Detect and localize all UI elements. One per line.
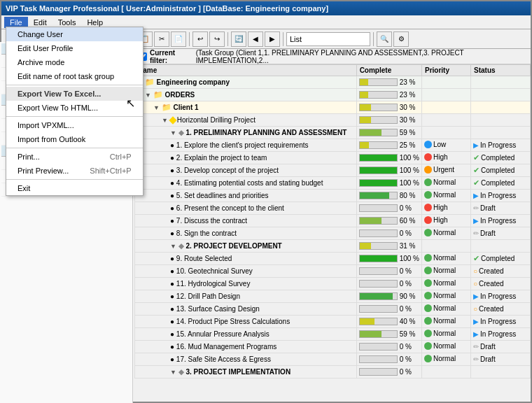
task-priority-cell: Urgent bbox=[422, 164, 471, 177]
table-row[interactable]: ▼ ◆ 2. PROJECT DEVELOPMENT 31 % bbox=[135, 240, 531, 253]
task-name-cell: ● 6. Present the concept to the client bbox=[135, 202, 357, 215]
menu-item-edit-root[interactable]: Edit name of root task group bbox=[6, 69, 143, 83]
task-name-cell: ● 16. Mud Management Programs bbox=[135, 341, 357, 353]
menu-item-print[interactable]: Print... Ctrl+P bbox=[6, 150, 143, 164]
toolbar-btn-2[interactable]: ✂ bbox=[154, 31, 169, 47]
table-row[interactable]: ● 9. Route Selected 100 % Normal ✔ Compl… bbox=[135, 253, 531, 265]
filter-bar: Current filter: (Task Group (Client 1,1.… bbox=[134, 49, 531, 64]
task-status-cell: ▶ In Progress bbox=[471, 190, 531, 202]
task-status-cell bbox=[471, 114, 531, 127]
table-row[interactable]: ▼ ◆ 1. PRELIMINARY PLANNING AND ASSESSME… bbox=[135, 127, 531, 139]
task-priority-cell: High bbox=[422, 215, 471, 227]
table-row[interactable]: ▼ 📁 Engineering company 23 % bbox=[135, 76, 531, 89]
col-header-complete: Complete bbox=[356, 65, 421, 76]
task-complete-cell: 0 % bbox=[356, 278, 421, 290]
menu-item-import-outlook[interactable]: Import from Outlook bbox=[6, 132, 143, 146]
table-row[interactable]: ● 8. Sign the contract 0 % Normal ✏ Draf… bbox=[135, 227, 531, 240]
task-priority-cell bbox=[422, 240, 471, 253]
col-header-status: Status bbox=[471, 65, 531, 76]
table-row[interactable]: ● 7. Discuss the contract 60 % High ▶ In… bbox=[135, 215, 531, 227]
toolbar-list-input[interactable] bbox=[286, 32, 370, 46]
task-complete-cell: 100 % bbox=[356, 177, 421, 190]
toolbar-btn-5[interactable]: ↪ bbox=[209, 31, 225, 47]
table-row[interactable]: ● 3. Develop concept of the project 100 … bbox=[135, 164, 531, 177]
table-row[interactable]: ● 2. Explain the project to team 100 % H… bbox=[135, 152, 531, 164]
separator-4 bbox=[6, 179, 143, 180]
task-priority-cell: Normal bbox=[422, 303, 471, 316]
table-row[interactable]: ● 6. Present the concept to the client 0… bbox=[135, 202, 531, 215]
task-name-cell: ● 11. Hydrological Survey bbox=[135, 278, 357, 290]
menu-item-change-user[interactable]: Change User bbox=[6, 27, 143, 41]
table-row[interactable]: ● 10. Geotechnical Survey 0 % Normal ○ C… bbox=[135, 265, 531, 278]
task-name-cell: ● 9. Route Selected bbox=[135, 253, 357, 265]
table-row[interactable]: ● 16. Mud Management Programs 0 % Normal… bbox=[135, 341, 531, 353]
toolbar-btn-left[interactable]: ◀ bbox=[248, 31, 263, 47]
task-status-cell: ○ Created bbox=[471, 265, 531, 278]
task-status-cell bbox=[471, 101, 531, 114]
menu-item-exit[interactable]: Exit bbox=[6, 181, 143, 195]
task-priority-cell: Normal bbox=[422, 177, 471, 190]
task-complete-cell: 100 % bbox=[356, 253, 421, 265]
table-row[interactable]: ● 11. Hydrological Survey 0 % Normal ○ C… bbox=[135, 278, 531, 290]
toolbar-btn-search[interactable]: 🔍 bbox=[377, 31, 392, 47]
task-name-cell: ▼ ◆ 3. PROJECT IMPLEMENTATION bbox=[135, 366, 357, 379]
title-text: VIP Task Manager Professional [ User:Adm… bbox=[6, 4, 328, 13]
task-complete-cell: 30 % bbox=[356, 114, 421, 127]
print-preview-shortcut: Shift+Ctrl+P bbox=[90, 167, 131, 175]
task-table: Name Complete Priority Status ▼ 📁 Engine… bbox=[134, 64, 531, 379]
table-row[interactable]: ● 1. Explore the client's project requir… bbox=[135, 139, 531, 152]
task-name-cell: ● 2. Explain the project to team bbox=[135, 152, 357, 164]
toolbar-btn-refresh[interactable]: 🔄 bbox=[231, 31, 246, 47]
table-row[interactable]: ● 13. Surface Casing Design 0 % Normal ○… bbox=[135, 303, 531, 316]
task-status-cell: ✏ Draft bbox=[471, 341, 531, 353]
toolbar-sep-4 bbox=[373, 32, 374, 46]
file-dropdown-menu: Change User Edit User Profile Archive mo… bbox=[6, 27, 144, 196]
table-row[interactable]: ▼ 📁 Client 1 30 % bbox=[135, 101, 531, 114]
task-status-cell: ✔ Completed bbox=[471, 253, 531, 265]
task-status-cell: ▶ In Progress bbox=[471, 316, 531, 328]
task-priority-cell: Normal bbox=[422, 190, 471, 202]
menu-item-edit-user-profile[interactable]: Edit User Profile bbox=[6, 41, 143, 55]
task-status-cell: ✏ Draft bbox=[471, 353, 531, 366]
task-status-cell: ○ Created bbox=[471, 278, 531, 290]
task-complete-cell: 100 % bbox=[356, 152, 421, 164]
menu-item-export-html[interactable]: Export View To HTML... bbox=[6, 101, 143, 115]
toolbar-btn-filter[interactable]: ⚙ bbox=[393, 31, 409, 47]
task-priority-cell: Normal bbox=[422, 227, 471, 240]
task-complete-cell: 25 % bbox=[356, 139, 421, 152]
menu-item-archive-mode[interactable]: Archive mode bbox=[6, 55, 143, 69]
table-row[interactable]: ▼ 📁 ORDERS 23 % bbox=[135, 89, 531, 101]
table-row[interactable]: ● 12. Drill Path Design 90 % Normal ▶ In… bbox=[135, 290, 531, 303]
table-row[interactable]: ▼ Horizontal Drilling Project 30 % bbox=[135, 114, 531, 127]
table-row[interactable]: ● 14. Product Pipe Stress Calculations 4… bbox=[135, 316, 531, 328]
menu-item-print-preview[interactable]: Print Preview... Shift+Ctrl+P bbox=[6, 164, 143, 178]
task-priority-cell: Normal bbox=[422, 353, 471, 366]
table-row[interactable]: ● 17. Safe Site Access & Egress 0 % Norm… bbox=[135, 353, 531, 366]
toolbar: 📋 ✂ 📄 ↩ ↪ 🔄 ◀ ▶ 🔍 ⚙ bbox=[134, 29, 531, 49]
task-complete-cell: 0 % bbox=[356, 353, 421, 366]
table-row[interactable]: ▼ ◆ 3. PROJECT IMPLEMENTATION 0 % bbox=[135, 366, 531, 379]
menu-item-import-vpxml[interactable]: Import VPXML... bbox=[6, 118, 143, 132]
task-complete-cell: 40 % bbox=[356, 316, 421, 328]
task-priority-cell: Normal bbox=[422, 328, 471, 341]
table-row[interactable]: ● 4. Estimating potential costs and stat… bbox=[135, 177, 531, 190]
toolbar-btn-3[interactable]: 📄 bbox=[171, 31, 186, 47]
task-table-container[interactable]: Name Complete Priority Status ▼ 📁 Engine… bbox=[134, 64, 531, 402]
filter-value: (Task Group (Client 1,1. PRELIMINARY PLA… bbox=[196, 49, 526, 64]
task-complete-cell: 0 % bbox=[356, 227, 421, 240]
toolbar-sep-3 bbox=[283, 32, 284, 46]
task-complete-cell: 23 % bbox=[356, 76, 421, 89]
task-status-cell: ▶ In Progress bbox=[471, 215, 531, 227]
task-name-cell: ● 14. Product Pipe Stress Calculations bbox=[135, 316, 357, 328]
task-name-cell: ● 12. Drill Path Design bbox=[135, 290, 357, 303]
task-priority-cell: Normal bbox=[422, 265, 471, 278]
toolbar-btn-4[interactable]: ↩ bbox=[192, 31, 208, 47]
task-priority-cell: High bbox=[422, 202, 471, 215]
task-priority-cell bbox=[422, 114, 471, 127]
table-row[interactable]: ● 5. Set deadlines and priorities 80 % N… bbox=[135, 190, 531, 202]
menu-item-export-excel[interactable]: Export View To Excel... bbox=[6, 87, 143, 101]
table-row[interactable]: ● 15. Annular Pressure Analysis 59 % Nor… bbox=[135, 328, 531, 341]
separator-2 bbox=[6, 116, 143, 117]
toolbar-btn-right[interactable]: ▶ bbox=[265, 31, 280, 47]
task-name-cell: ● 17. Safe Site Access & Egress bbox=[135, 353, 357, 366]
